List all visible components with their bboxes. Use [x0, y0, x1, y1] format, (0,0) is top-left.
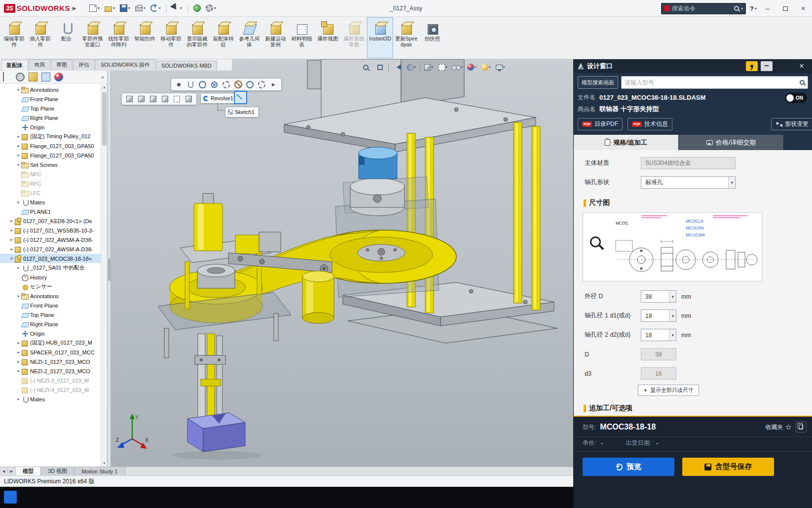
expand-arrow-icon[interactable]: ▸ [16, 369, 21, 373]
ribbon-button-explode-lines[interactable]: 爆炸直线草图 [341, 17, 367, 58]
tab-spec[interactable]: 规格/追加工 [574, 135, 679, 150]
copy-button[interactable] [796, 422, 807, 432]
print-button[interactable]: ▾ [133, 3, 148, 13]
tree-item-part[interactable]: ▸ (固定) HUB_0127_023_M [0, 338, 101, 348]
tree-scrollbar[interactable]: ▲ ▼ [101, 84, 107, 467]
zoom-area-icon[interactable] [374, 62, 386, 73]
expand-arrow-icon[interactable]: ▸ [16, 87, 21, 92]
expand-arrow-icon[interactable]: ▸ [9, 237, 14, 242]
tree-item-folder-a[interactable]: ▸ Annotations [0, 85, 101, 94]
previous-view-icon[interactable] [391, 62, 403, 73]
ribbon-button-mate[interactable]: 配合 [53, 17, 79, 58]
command-search-input[interactable] [672, 5, 732, 12]
rebuild-button[interactable] [191, 3, 203, 13]
tree-item-folder[interactable]: RFC [0, 179, 101, 188]
tree-item-part[interactable]: (-) NEZI-4_0127_023_M [0, 385, 101, 394]
tree-item-clip[interactable]: ▸ Mates [0, 197, 101, 207]
edit-appearance-icon[interactable]: ▾ [466, 62, 478, 73]
view-settings-icon[interactable]: ▾ [494, 62, 506, 73]
expand-arrow-icon[interactable]: ▾ [9, 256, 14, 261]
expand-arrow-icon[interactable]: ▸ [16, 162, 21, 167]
advanced-mate-icon[interactable] [257, 79, 267, 89]
tree-item-folder[interactable]: NFC [0, 169, 101, 179]
scroll-down-icon[interactable]: ▼ [101, 460, 108, 467]
front-view-icon[interactable] [136, 94, 147, 104]
ribbon-button-motion-study[interactable]: 新建运动算例 [262, 17, 289, 58]
expand-arrow-icon[interactable]: ▸ [16, 359, 21, 364]
model-number-input[interactable] [625, 79, 798, 86]
tree-item-plane[interactable]: Front Plane [0, 301, 101, 310]
hole-shape-select[interactable]: 标准孔▾ [641, 176, 736, 189]
search-icon[interactable] [734, 6, 739, 11]
close-button[interactable]: × [796, 1, 810, 16]
view-tab[interactable]: 模型 [16, 467, 41, 475]
solidworks-logo[interactable]: 3S SOLIDWORKS ▶ [0, 4, 80, 13]
ribbon-button-smart-fasteners[interactable]: 智能扣件 [132, 17, 158, 58]
tree-item-asm[interactable]: ▸ 0127_007_KED8-20<1> (De [0, 216, 101, 226]
search-options-icon[interactable]: ▾ [741, 6, 743, 11]
scrollbar-thumb[interactable] [102, 92, 107, 146]
tree-item-part[interactable]: ▸ NEZI-2_0127_023_MCO [0, 366, 101, 376]
tree-item-origin[interactable]: Origin [0, 329, 101, 338]
expand-arrow-icon[interactable]: ▸ [16, 153, 21, 157]
tree-item-clip[interactable]: ▸ _0127_SA01 中的配合 [0, 263, 101, 273]
revolve-feature-chip[interactable]: Revolve1 [200, 93, 238, 104]
ribbon-button-insert-component[interactable]: 插入零部件 [27, 17, 53, 58]
shaded-view-icon[interactable] [184, 94, 194, 104]
expand-toolbar-icon[interactable]: ▶ [268, 79, 279, 89]
zoom-drawing-button[interactable] [590, 236, 601, 249]
shape-change-button[interactable]: 形状变更 [771, 118, 812, 130]
tab-scroll-left-icon[interactable]: ◀ [0, 467, 8, 475]
dimension-select[interactable]: 38▾ [641, 290, 676, 303]
display-style-icon[interactable]: ▾ [437, 62, 449, 73]
command-tab[interactable]: 草图 [51, 59, 73, 71]
menu-expand-icon[interactable]: ▶ [73, 5, 76, 11]
tree-item-origin[interactable]: Origin [0, 122, 101, 132]
expand-arrow-icon[interactable]: ▸ [16, 134, 21, 139]
panel-splitter[interactable] [108, 71, 111, 467]
width-mate-icon[interactable] [221, 79, 231, 89]
tree-item-part[interactable]: ▸ NEZI-1_0127_023_MCO [0, 357, 101, 366]
ribbon-button-snapshot[interactable]: 拍快照 [419, 17, 445, 58]
view-tab[interactable]: Motion Study 1 [74, 467, 125, 475]
undo-button[interactable]: ▾ [148, 3, 163, 13]
command-tab[interactable]: 评估 [73, 59, 95, 71]
tree-item-asm[interactable]: ▾ 0127_023_MCOC38-18-18< [0, 254, 101, 263]
tree-item-plane[interactable]: Top Plane [0, 310, 101, 319]
sketch-chip[interactable]: Sketch1 [225, 107, 259, 117]
panel-minimize-button[interactable]: – [761, 61, 773, 71]
tree-item-folder[interactable]: ▸ Set Screws [0, 160, 101, 169]
ribbon-button-update-speedpak[interactable]: 更新Speedpak [393, 17, 419, 58]
section-view-icon[interactable]: ▾ [406, 62, 417, 73]
dimension-select[interactable]: 18▾ [641, 329, 676, 341]
preview-button[interactable]: 预览 [583, 458, 674, 476]
featuremanager-tab[interactable] [3, 73, 12, 81]
tab-scroll-right-icon[interactable]: ▶ [8, 467, 16, 475]
model-number-field[interactable] [621, 76, 808, 89]
ribbon-button-show-hidden[interactable]: 显示隐藏的零部件 [184, 17, 210, 58]
expand-arrow-icon[interactable]: ▸ [16, 397, 21, 401]
mate-icon[interactable] [185, 79, 196, 89]
more-tabs-icon[interactable]: » [101, 74, 104, 80]
suppress-icon[interactable] [233, 79, 243, 89]
displaymanager-tab-icon[interactable] [54, 73, 63, 81]
tree-item-part[interactable]: ▸ (-) 0127_021_WSSB35-10-3- [0, 226, 101, 235]
ribbon-button-instant3d[interactable]: Instant3D [367, 17, 393, 58]
ribbon-button-exploded-view[interactable]: 爆炸视图 [315, 17, 341, 58]
ribbon-button-component-preview[interactable]: 零部件预览窗口 [79, 17, 106, 58]
command-tab[interactable]: 装配体 [1, 60, 28, 71]
dimxpertmanager-tab-icon[interactable] [41, 73, 50, 81]
selected-sketch-box[interactable] [234, 91, 247, 104]
ribbon-button-edit-component[interactable]: 编辑零部件 [1, 17, 27, 58]
tree-item-folder[interactable]: LFC [0, 188, 101, 197]
apply-scene-icon[interactable]: ▾ [480, 62, 492, 73]
select-tool-button[interactable]: ▾ [170, 2, 184, 15]
tree-item-part[interactable]: ▸ SPACER_0127_023_MCC [0, 348, 101, 357]
expand-arrow-icon[interactable]: ▸ [16, 200, 21, 204]
options-button[interactable]: ▾ [204, 3, 218, 13]
expand-arrow-icon[interactable]: ▸ [16, 144, 21, 148]
command-tab[interactable]: SOLIDWORKS 插件 [95, 59, 155, 71]
tangent-mate-icon[interactable] [245, 79, 255, 89]
show-all-dims-button[interactable]: ▼显示全部只读尺寸 [638, 385, 699, 396]
tree-item-plane[interactable]: Right Plane [0, 319, 101, 329]
